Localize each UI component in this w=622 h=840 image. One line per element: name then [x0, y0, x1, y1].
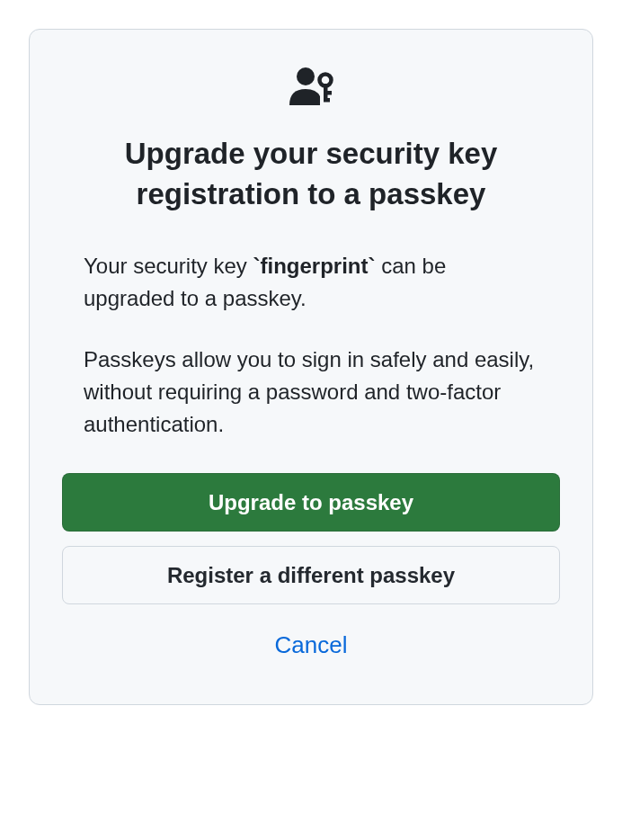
icon-wrapper: [62, 66, 560, 112]
dialog-title: Upgrade your security key registration t…: [62, 134, 560, 214]
dialog-body: Your security key `fingerprint` can be u…: [62, 250, 560, 441]
line1-prefix: Your security key: [84, 254, 253, 278]
dialog-actions: Upgrade to passkey Register a different …: [62, 473, 560, 672]
register-different-passkey-button[interactable]: Register a different passkey: [62, 546, 560, 604]
cancel-link[interactable]: Cancel: [62, 619, 560, 672]
passkey-icon: [286, 66, 336, 112]
svg-point-0: [297, 67, 315, 85]
svg-rect-3: [324, 91, 332, 95]
dialog-description-line2: Passkeys allow you to sign in safely and…: [84, 344, 538, 441]
svg-rect-4: [324, 98, 330, 103]
upgrade-to-passkey-button[interactable]: Upgrade to passkey: [62, 473, 560, 532]
dialog-description-line1: Your security key `fingerprint` can be u…: [84, 250, 538, 315]
passkey-upgrade-dialog: Upgrade your security key registration t…: [29, 29, 593, 705]
security-key-name: `fingerprint`: [253, 254, 376, 278]
